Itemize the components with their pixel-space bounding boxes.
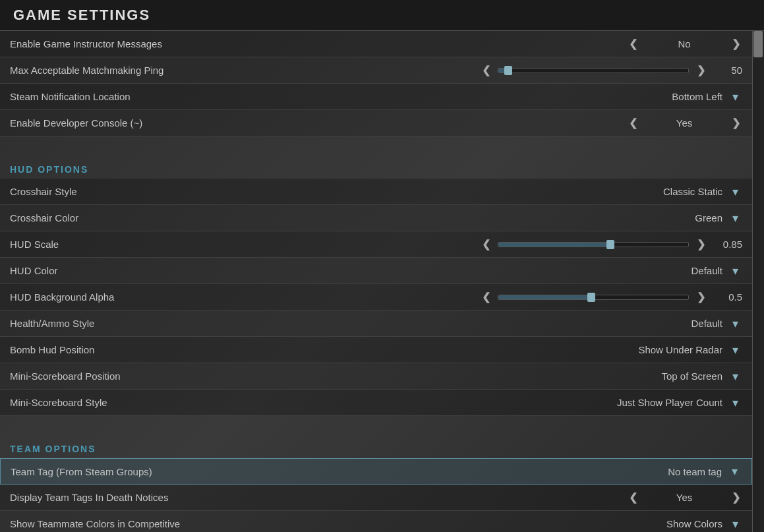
setting-control-bomb-hud-position: Show Under Radar ▾ — [405, 343, 742, 357]
slider-track-hud-bg-alpha[interactable] — [498, 295, 689, 300]
dropdown-arrow-steam-notification[interactable]: ▾ — [728, 90, 742, 104]
dropdown-value-team-tag: No team tag — [590, 466, 722, 477]
setting-row-health-ammo-style: Health/Ammo Style Default ▾ — [0, 310, 752, 337]
dropdown-value-crosshair-style: Classic Static — [591, 186, 722, 197]
slider-container-hud-scale — [498, 242, 689, 247]
dropdown-arrow-teammate-colors[interactable]: ▾ — [728, 517, 742, 531]
dropdown-arrow-crosshair-style[interactable]: ▾ — [728, 185, 742, 199]
slider-fill-hud-scale — [498, 243, 612, 247]
setting-control-display-team-tags: ❮ Yes ❯ — [405, 490, 742, 506]
arrow-left-display-team-tags[interactable]: ❮ — [626, 490, 639, 506]
dropdown-value-crosshair-color: Green — [591, 212, 722, 223]
setting-label-hud-scale: HUD Scale — [10, 233, 405, 255]
dropdown-arrow-bomb-hud-position[interactable]: ▾ — [728, 343, 742, 357]
setting-control-enable-game-instructor: ❮ No ❯ — [405, 36, 742, 52]
arrow-right-hud-bg-alpha[interactable]: ❯ — [694, 289, 707, 305]
setting-row-hud-scale: HUD Scale ❮ ❯ 0.85 — [0, 231, 752, 258]
setting-control-team-tag: No team tag ▾ — [406, 464, 742, 479]
slider-thumb-hud-scale[interactable] — [606, 240, 614, 249]
slider-thumb-max-ping[interactable] — [504, 66, 512, 75]
arrow-right-developer-console[interactable]: ❯ — [729, 115, 742, 131]
setting-control-crosshair-style: Classic Static ▾ — [405, 185, 742, 199]
setting-row-max-ping: Max Acceptable Matchmaking Ping ❮ ❯ 50 — [0, 57, 752, 84]
dropdown-value-hud-color: Default — [591, 265, 722, 276]
setting-label-mini-scoreboard-position: Mini-Scoreboard Position — [10, 365, 405, 387]
setting-value-enable-game-instructor: No — [645, 38, 724, 49]
slider-container-max-ping — [498, 68, 689, 73]
section-header-hud: HUD OPTIONS — [0, 156, 752, 179]
setting-control-max-ping: ❮ ❯ 50 — [405, 63, 742, 78]
setting-control-teammate-colors: Show Colors ▾ — [405, 517, 742, 531]
slider-value-hud-bg-alpha: 0.5 — [713, 291, 742, 303]
setting-control-mini-scoreboard-position: Top of Screen ▾ — [405, 369, 742, 384]
dropdown-team-tag: No team tag ▾ — [590, 464, 742, 479]
main-container: GAME SETTINGS Enable Game Instructor Mes… — [0, 0, 764, 532]
scrollbar-track[interactable] — [752, 31, 764, 532]
setting-control-steam-notification: Bottom Left ▾ — [405, 90, 742, 104]
slider-track-hud-scale[interactable] — [498, 242, 689, 247]
dropdown-value-mini-scoreboard-style: Just Show Player Count — [591, 397, 722, 408]
settings-rows: Enable Game Instructor Messages ❮ No ❯ M… — [0, 31, 764, 532]
setting-label-hud-color: HUD Color — [10, 260, 405, 281]
dropdown-value-health-ammo-style: Default — [591, 318, 722, 329]
arrow-right-enable-game-instructor[interactable]: ❯ — [729, 36, 742, 52]
slider-value-max-ping: 50 — [713, 65, 742, 76]
setting-row-mini-scoreboard-position: Mini-Scoreboard Position Top of Screen ▾ — [0, 363, 752, 390]
setting-value-display-team-tags: Yes — [645, 492, 724, 503]
dropdown-value-steam-notification: Bottom Left — [591, 91, 722, 102]
setting-control-hud-color: Default ▾ — [405, 264, 742, 278]
setting-row-display-team-tags: Display Team Tags In Death Notices ❮ Yes… — [0, 485, 752, 511]
dropdown-bomb-hud-position: Show Under Radar ▾ — [591, 343, 742, 357]
arrow-right-display-team-tags[interactable]: ❯ — [729, 490, 742, 506]
section-title-hud: HUD OPTIONS — [10, 164, 742, 175]
dropdown-value-teammate-colors: Show Colors — [591, 518, 722, 529]
setting-label-developer-console: Enable Developer Console (~) — [10, 112, 405, 134]
setting-control-mini-scoreboard-style: Just Show Player Count ▾ — [405, 396, 742, 410]
dropdown-crosshair-style: Classic Static ▾ — [591, 185, 742, 199]
arrow-left-hud-bg-alpha[interactable]: ❮ — [479, 289, 492, 305]
setting-value-developer-console: Yes — [645, 117, 724, 129]
setting-control-health-ammo-style: Default ▾ — [405, 316, 742, 331]
page-title: GAME SETTINGS — [0, 0, 764, 31]
arrow-left-hud-scale[interactable]: ❮ — [479, 237, 492, 252]
section-title-team: TEAM OPTIONS — [10, 444, 742, 454]
arrow-left-developer-console[interactable]: ❮ — [626, 115, 639, 131]
arrow-right-max-ping[interactable]: ❯ — [694, 63, 707, 78]
dropdown-value-bomb-hud-position: Show Under Radar — [591, 344, 722, 355]
setting-row-teammate-colors: Show Teammate Colors in Competitive Show… — [0, 511, 752, 532]
section-header-team: TEAM OPTIONS — [0, 436, 752, 458]
dropdown-health-ammo-style: Default ▾ — [591, 316, 742, 331]
dropdown-arrow-hud-color[interactable]: ▾ — [728, 264, 742, 278]
arrow-left-max-ping[interactable]: ❮ — [479, 63, 492, 78]
dropdown-value-mini-scoreboard-position: Top of Screen — [591, 370, 722, 382]
setting-label-enable-game-instructor: Enable Game Instructor Messages — [10, 33, 405, 55]
dropdown-teammate-colors: Show Colors ▾ — [591, 517, 742, 531]
slider-thumb-hud-bg-alpha[interactable] — [587, 293, 595, 302]
setting-label-max-ping: Max Acceptable Matchmaking Ping — [10, 59, 405, 81]
spacer-before-team — [0, 416, 752, 436]
setting-row-hud-bg-alpha: HUD Background Alpha ❮ ❯ 0.5 — [0, 284, 752, 310]
arrow-left-enable-game-instructor[interactable]: ❮ — [626, 36, 639, 52]
setting-label-health-ammo-style: Health/Ammo Style — [10, 312, 405, 334]
setting-control-hud-bg-alpha: ❮ ❯ 0.5 — [405, 289, 742, 305]
scrollbar-thumb[interactable] — [753, 31, 763, 57]
slider-track-max-ping[interactable] — [498, 68, 689, 73]
setting-label-crosshair-style: Crosshair Style — [10, 181, 405, 202]
dropdown-hud-color: Default ▾ — [591, 264, 742, 278]
dropdown-arrow-mini-scoreboard-position[interactable]: ▾ — [728, 369, 742, 384]
arrow-right-hud-scale[interactable]: ❯ — [694, 237, 707, 252]
setting-row-enable-game-instructor: Enable Game Instructor Messages ❮ No ❯ — [0, 31, 752, 57]
setting-label-mini-scoreboard-style: Mini-Scoreboard Style — [10, 392, 405, 413]
setting-label-display-team-tags: Display Team Tags In Death Notices — [10, 487, 405, 508]
dropdown-arrow-team-tag[interactable]: ▾ — [727, 464, 742, 479]
dropdown-mini-scoreboard-position: Top of Screen ▾ — [591, 369, 742, 384]
slider-fill-hud-bg-alpha — [498, 295, 593, 299]
dropdown-arrow-crosshair-color[interactable]: ▾ — [728, 211, 742, 225]
setting-control-crosshair-color: Green ▾ — [405, 211, 742, 225]
setting-row-developer-console: Enable Developer Console (~) ❮ Yes ❯ — [0, 110, 752, 136]
setting-row-crosshair-color: Crosshair Color Green ▾ — [0, 205, 752, 231]
setting-row-mini-scoreboard-style: Mini-Scoreboard Style Just Show Player C… — [0, 390, 752, 416]
setting-label-hud-bg-alpha: HUD Background Alpha — [10, 286, 405, 308]
dropdown-arrow-mini-scoreboard-style[interactable]: ▾ — [728, 396, 742, 410]
dropdown-arrow-health-ammo-style[interactable]: ▾ — [728, 316, 742, 331]
